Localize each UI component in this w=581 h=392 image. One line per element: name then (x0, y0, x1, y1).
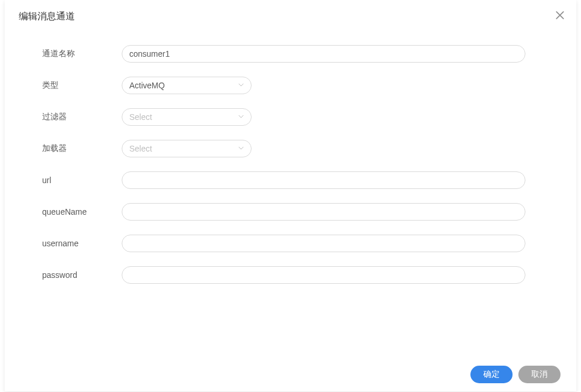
close-button[interactable] (553, 8, 567, 22)
form-row-password: password (19, 266, 562, 284)
label-loader: 加载器 (19, 143, 122, 154)
password-input[interactable] (122, 266, 525, 284)
form-row-username: username (19, 235, 562, 252)
form-row-loader: 加载器 Select (19, 140, 562, 157)
url-input[interactable] (122, 171, 525, 189)
close-icon (556, 11, 564, 19)
label-filter: 过滤器 (19, 112, 122, 122)
filter-select-placeholder: Select (129, 112, 152, 122)
modal-title: 编辑消息通道 (19, 11, 562, 23)
label-username: username (19, 239, 122, 248)
label-channel-name: 通道名称 (19, 49, 122, 59)
queue-name-input[interactable] (122, 203, 525, 221)
channel-name-input[interactable] (122, 45, 525, 63)
form-row-queue-name: queueName (19, 203, 562, 221)
filter-select[interactable]: Select (122, 108, 252, 126)
confirm-button[interactable]: 确定 (470, 366, 513, 383)
modal-header: 编辑消息通道 (5, 0, 576, 31)
form-row-type: 类型 ActiveMQ (19, 77, 562, 94)
username-input[interactable] (122, 235, 525, 252)
cancel-button[interactable]: 取消 (518, 366, 561, 383)
loader-select[interactable]: Select (122, 140, 252, 157)
label-url: url (19, 176, 122, 185)
label-type: 类型 (19, 80, 122, 91)
label-password: password (19, 270, 122, 280)
loader-select-placeholder: Select (129, 144, 152, 153)
type-select-value: ActiveMQ (129, 81, 165, 90)
type-select[interactable]: ActiveMQ (122, 77, 252, 94)
label-queue-name: queueName (19, 207, 122, 216)
form-row-url: url (19, 171, 562, 189)
edit-message-channel-modal: 编辑消息通道 通道名称 类型 ActiveMQ (5, 0, 576, 391)
modal-body: 通道名称 类型 ActiveMQ (5, 31, 576, 359)
form-row-channel-name: 通道名称 (19, 45, 562, 63)
modal-footer: 确定 取消 (5, 359, 576, 391)
form-row-filter: 过滤器 Select (19, 108, 562, 126)
